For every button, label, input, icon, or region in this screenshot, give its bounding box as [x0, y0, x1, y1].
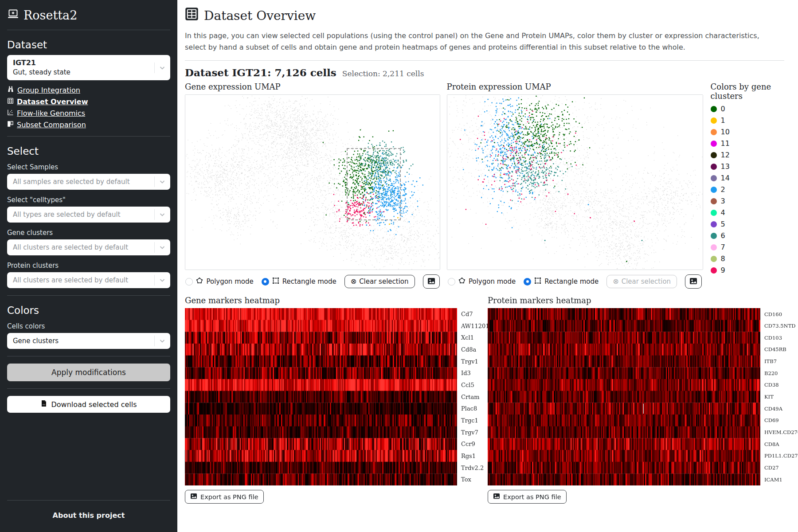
chevron-down-icon [154, 209, 166, 220]
divider [7, 500, 170, 501]
cluster-color-dot [711, 106, 717, 112]
legend-item-11: 11 [711, 139, 785, 148]
divider [7, 388, 170, 389]
apply-modifications-button[interactable]: Apply modifications [7, 364, 170, 381]
clear-selection-label: Clear selection [359, 278, 408, 286]
heatmap-row-label: Cd7 [461, 311, 488, 317]
protein-heatmap-canvas [488, 308, 760, 485]
cluster-label: 4 [721, 208, 725, 217]
sidebar-item-flow-like-genomics[interactable]: Flow-like Genomics [7, 109, 170, 117]
select-dropdown-3[interactable]: All clusters are selected by default [7, 272, 170, 288]
protein-umap-plot[interactable] [447, 94, 703, 270]
download-selected-cells-button[interactable]: CSV Download selected cells [7, 396, 170, 413]
cluster-color-dot [711, 210, 717, 216]
polygon-mode-radio[interactable]: Polygon mode [185, 277, 253, 286]
image-icon [493, 493, 500, 501]
heatmap-row-label: CD38 [764, 382, 798, 388]
legend-item-8: 8 [711, 254, 785, 263]
divider [7, 136, 170, 137]
clear-selection-button[interactable]: ⊗ Clear selection [344, 275, 415, 288]
radio-unchecked-icon[interactable] [448, 278, 455, 286]
radio-checked-icon[interactable] [262, 278, 269, 286]
rectangle-mode-label: Rectangle mode [544, 278, 598, 286]
radio-unchecked-icon[interactable] [185, 278, 193, 286]
heatmap-row-label: Trdv2.2 [461, 465, 488, 471]
heatmap-row-label: CD69 [764, 417, 798, 423]
heatmap-row-label: CD160 [764, 311, 798, 317]
dropdown-placeholder: All clusters are selected by default [13, 243, 128, 251]
clear-selection-button-disabled[interactable]: ⊗ Clear selection [606, 275, 677, 288]
legend-item-2: 2 [711, 185, 785, 194]
cluster-color-dot [711, 129, 717, 135]
radio-checked-icon[interactable] [524, 278, 531, 286]
rectangle-mode-radio[interactable]: Rectangle mode [262, 277, 336, 286]
legend-item-9: 9 [711, 266, 785, 274]
legend-item-0: 0 [711, 105, 785, 113]
cells-colors-value: Gene clusters [13, 337, 59, 345]
about-project-link[interactable]: About this project [7, 511, 170, 520]
main-content: Dataset Overview In this page, you can v… [177, 0, 798, 532]
heatmap-row-label: CD103 [764, 335, 798, 341]
image-icon [190, 493, 197, 501]
chevron-down-icon [154, 275, 166, 286]
chevron-down-icon [154, 336, 166, 346]
cluster-color-dot [711, 152, 717, 158]
image-icon [427, 278, 435, 286]
dropdown-placeholder: All samples are selected by default [13, 178, 130, 186]
protein-umap-canvas[interactable] [447, 95, 703, 270]
table-icon [7, 98, 14, 106]
select-section-title: Select [7, 145, 170, 157]
heatmap-row-label: Cd8a [461, 346, 488, 353]
gene-umap-plot[interactable] [185, 94, 440, 270]
cluster-color-dot [711, 267, 717, 274]
polygon-icon [458, 277, 466, 286]
spacer [440, 82, 447, 289]
rectangle-select-icon [534, 277, 541, 286]
cluster-color-dot [711, 164, 717, 170]
sidebar-item-dataset-overview[interactable]: Dataset Overview [7, 98, 170, 106]
dropdown-placeholder: All types are selected by default [13, 211, 121, 219]
legend-item-6: 6 [711, 231, 785, 240]
select-dropdown-0[interactable]: All samples are selected by default [7, 174, 170, 190]
heatmap-row-label: CD49A [764, 406, 798, 412]
dropdown-placeholder: All clusters are selected by default [13, 276, 128, 284]
export-image-button[interactable] [423, 274, 440, 289]
heatmap-row-label: B220 [764, 370, 798, 376]
legend-item-1: 1 [711, 116, 785, 125]
legend-item-5: 5 [711, 220, 785, 228]
select-field-label: Gene clusters [7, 229, 170, 237]
rectangle-mode-radio[interactable]: Rectangle mode [524, 277, 598, 286]
export-png-button[interactable]: Export as PNG file [185, 490, 264, 504]
dataset-select[interactable]: IGT21 Gut, steady state [7, 55, 170, 80]
sidebar-item-label: Subset Comparison [17, 121, 86, 129]
heatmap-row-label: Crtam [461, 394, 488, 400]
csv-file-icon: CSV [40, 400, 47, 409]
cluster-color-dot [711, 141, 717, 147]
cluster-label: 8 [721, 254, 725, 263]
gene-heatmap-canvas [185, 308, 457, 485]
cluster-label: 5 [721, 220, 725, 228]
sidebar-item-subset-comparison[interactable]: Subset Comparison [7, 121, 170, 129]
polygon-mode-radio[interactable]: Polygon mode [448, 277, 516, 286]
cells-colors-select[interactable]: Gene clusters [7, 333, 170, 349]
gene-umap-canvas[interactable] [185, 95, 440, 270]
dataset-section-title: Dataset [7, 39, 170, 51]
legend-item-10: 10 [711, 128, 785, 136]
umap-panels-row: Gene expression UMAP Polygon mode [185, 82, 785, 289]
gene-heatmap-labels: Cd7AW112010Xcl1Cd8aTrgv1Id3Ccl5CrtamPlac… [457, 308, 488, 485]
gene-heatmap-title: Gene markers heatmap [185, 296, 488, 305]
heatmap-row-label: Id3 [461, 370, 488, 376]
select-dropdown-2[interactable]: All clusters are selected by default [7, 239, 170, 255]
cluster-color-dot [711, 233, 717, 239]
protein-heatmap-title: Protein markers heatmap [488, 296, 798, 305]
legend-item-13: 13 [711, 162, 785, 171]
heatmap-row-label: Trgv1 [461, 358, 488, 365]
export-image-button[interactable] [685, 274, 702, 289]
cluster-label: 11 [721, 139, 730, 148]
select-dropdown-1[interactable]: All types are selected by default [7, 207, 170, 223]
cluster-label: 7 [721, 243, 725, 251]
sidebar-item-group-integration[interactable]: Group Integration [7, 86, 170, 94]
x-circle-icon: ⊗ [613, 278, 618, 285]
export-png-button[interactable]: Export as PNG file [488, 490, 567, 504]
gene-umap-controls: Polygon mode Rectangle mode ⊗ Clear sele… [185, 274, 440, 289]
